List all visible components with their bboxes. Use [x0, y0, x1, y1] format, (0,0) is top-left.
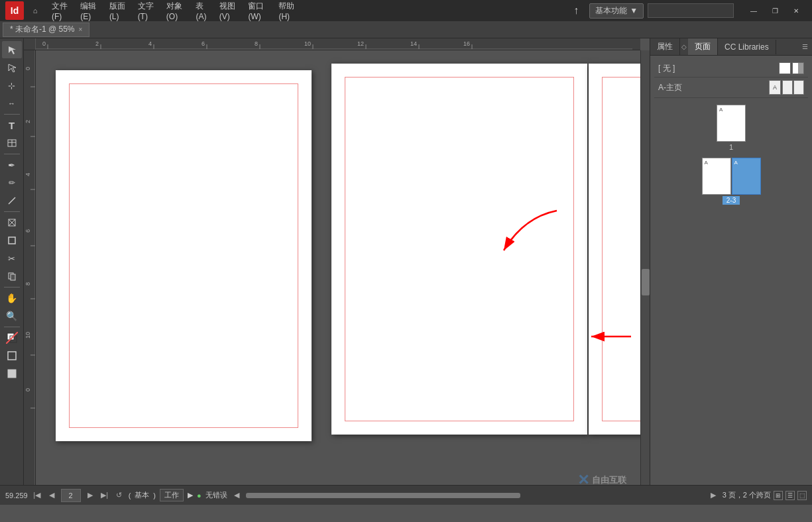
upload-icon[interactable]: ↑ — [567, 1, 585, 20]
menu-view[interactable]: 视图(V) — [214, 0, 243, 21]
svg-text:2: 2 — [95, 40, 99, 47]
tab-name: * 未命名-1 @ 55% — [10, 24, 75, 35]
svg-rect-14 — [8, 370, 16, 378]
panel-footer — [650, 477, 812, 485]
svg-text:10: 10 — [304, 40, 311, 47]
menu-layout[interactable]: 版面(L) — [104, 0, 133, 21]
restore-button[interactable]: ❐ — [764, 3, 785, 18]
tool-text[interactable]: T — [2, 117, 22, 134]
tool-line[interactable] — [2, 192, 22, 209]
tool-page[interactable]: ⊹ — [2, 77, 22, 94]
scrollbar-vertical[interactable] — [640, 50, 650, 485]
svg-text:16: 16 — [463, 40, 470, 47]
tool-rectangle-frame[interactable] — [2, 214, 22, 231]
list-view-button[interactable]: ☰ — [785, 491, 795, 500]
minimize-button[interactable]: — — [743, 3, 764, 18]
svg-rect-13 — [8, 352, 16, 360]
page1-border — [69, 83, 298, 428]
svg-rect-9 — [11, 274, 15, 280]
page1-master-indicator: A — [719, 107, 723, 113]
menu-file[interactable]: 文件(F) — [46, 0, 75, 21]
scrollbar-thumb[interactable] — [642, 269, 650, 295]
tool-gap[interactable]: ↔ — [2, 95, 22, 112]
page1-container — [56, 64, 312, 441]
page2[interactable] — [331, 64, 587, 435]
page1-thumbnail[interactable]: A — [717, 105, 746, 142]
prev-page-button[interactable]: ◀ — [46, 490, 57, 501]
page-number-input[interactable] — [61, 489, 81, 502]
toolbar-separator-5 — [4, 327, 20, 327]
menu-table[interactable]: 表(A) — [190, 0, 213, 21]
first-page-button[interactable]: |◀ — [32, 490, 42, 501]
tool-normal-mode[interactable] — [2, 347, 22, 364]
menu-edit[interactable]: 编辑(E) — [75, 0, 104, 21]
tool-rectangle[interactable] — [2, 232, 22, 249]
page2-thumbnail[interactable]: A — [702, 158, 731, 195]
ruler-v-svg: 0 2 4 6 8 10 0 — [24, 50, 36, 485]
tool-preview-mode[interactable] — [2, 365, 22, 382]
page3-master-indicator: A — [734, 160, 738, 166]
tab-pages[interactable]: 页面 — [688, 38, 718, 55]
panel-menu-button[interactable]: ☰ — [798, 40, 812, 53]
page-spread — [331, 64, 640, 435]
page3-border — [602, 77, 640, 421]
tool-fill-stroke[interactable] — [2, 329, 22, 346]
none-swatch-half — [792, 62, 804, 74]
svg-text:4: 4 — [148, 40, 152, 47]
scroll-thumb-h[interactable] — [246, 493, 521, 498]
master-swatch-3 — [793, 80, 804, 95]
svg-text:0: 0 — [42, 40, 46, 47]
page-info: 3 页，2 个跨页 — [723, 490, 771, 500]
next-page-button[interactable]: ▶ — [85, 490, 95, 501]
tool-direct-select[interactable] — [2, 59, 22, 76]
document-tab[interactable]: * 未命名-1 @ 55% × — [3, 23, 89, 37]
status-bar: 59.259 |◀ ◀ ▶ ▶| ↺ ( 基本 ) 工作 ▶ ● 无错误 ◀ ▶… — [0, 485, 812, 505]
page1[interactable] — [56, 70, 312, 441]
scroll-right-button[interactable]: ▶ — [708, 490, 719, 501]
tab-cc-libraries[interactable]: CC Libraries — [718, 40, 776, 54]
search-input[interactable] — [648, 3, 734, 18]
ruler-vertical: 0 2 4 6 8 10 0 — [24, 50, 36, 485]
page3-thumbnail[interactable]: A — [732, 158, 761, 195]
refresh-button[interactable]: ↺ — [114, 490, 125, 501]
book-view-button[interactable]: ⬚ — [797, 491, 807, 500]
title-bar: Id ⌂ 文件(F) 编辑(E) 版面(L) 文字(T) 对象(O) 表(A) … — [0, 0, 812, 21]
page2-thumb-wrapper: A — [702, 158, 731, 195]
home-icon[interactable]: ⌂ — [28, 3, 42, 18]
workspace-label: 基本功能 — [595, 5, 627, 17]
none-label: [ 无 ] — [658, 63, 675, 74]
title-icons: ⌂ — [28, 3, 42, 18]
svg-text:12: 12 — [357, 40, 364, 47]
close-button[interactable]: ✕ — [785, 3, 807, 18]
page3[interactable] — [589, 64, 640, 435]
page23-thumb-pair: A A — [702, 158, 761, 195]
tool-pencil[interactable]: ✏ — [2, 174, 22, 191]
menu-help[interactable]: 帮助(H) — [273, 0, 302, 21]
menu-object[interactable]: 对象(O) — [161, 0, 191, 21]
menu-text[interactable]: 文字(T) — [133, 0, 161, 21]
pages-area: A 1 A A — [654, 98, 808, 211]
canvas-area: 0 2 4 6 8 10 12 14 16 — [24, 38, 650, 485]
page2-master-indicator: A — [705, 160, 708, 166]
workspace-button[interactable]: 基本功能 ▼ — [589, 3, 644, 19]
tool-zoom[interactable]: 🔍 — [2, 307, 22, 325]
tool-pen[interactable]: ✒ — [2, 156, 22, 174]
last-page-button[interactable]: ▶| — [99, 490, 110, 501]
tab-properties[interactable]: 属性 — [650, 38, 680, 55]
scroll-left-button[interactable]: ◀ — [231, 490, 242, 501]
page23-label: 2-3 — [723, 196, 740, 205]
tool-table[interactable] — [2, 134, 22, 152]
menu-window[interactable]: 窗口(W) — [243, 0, 273, 21]
app-logo: Id — [5, 1, 24, 20]
tab-close-button[interactable]: × — [79, 26, 83, 33]
page1-label: 1 — [729, 143, 733, 151]
grid-view-button[interactable]: ⊞ — [774, 491, 783, 500]
tool-transform[interactable] — [2, 268, 22, 285]
none-swatch-white — [779, 62, 791, 74]
tool-select[interactable] — [2, 41, 22, 58]
tab-diamond-icon: ◇ — [680, 40, 688, 53]
tool-hand[interactable]: ✋ — [2, 289, 22, 307]
tool-scissors[interactable]: ✂ — [2, 250, 22, 267]
svg-text:0: 0 — [25, 388, 31, 392]
svg-text:8: 8 — [255, 40, 258, 47]
